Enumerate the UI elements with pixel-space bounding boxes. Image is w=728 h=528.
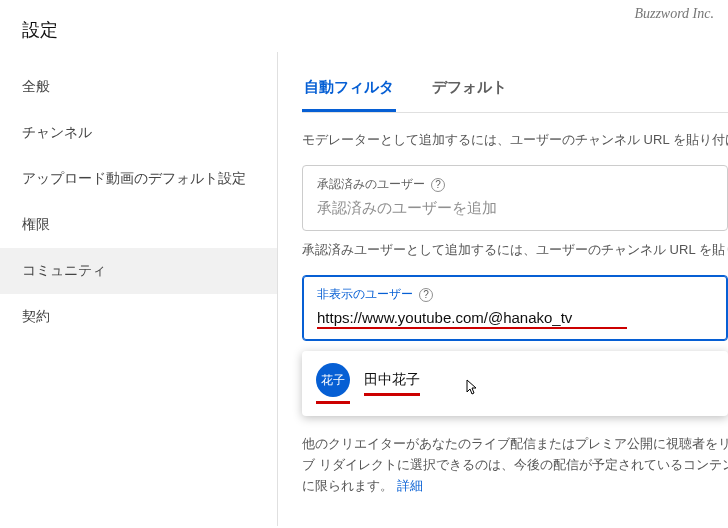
sidebar-item-upload-defaults[interactable]: アップロード動画のデフォルト設定 (0, 156, 277, 202)
main-panel: 自動フィルタ デフォルト モデレーターとして追加するには、ユーザーのチャンネル … (278, 52, 728, 526)
page-title: 設定 (22, 18, 706, 42)
approved-users-hint: 承認済みユーザーとして追加するには、ユーザーのチャンネル URL を貼り付け (302, 241, 728, 259)
moderator-hint: モデレーターとして追加するには、ユーザーのチャンネル URL を貼り付けます (302, 131, 728, 149)
sidebar-item-agreements[interactable]: 契約 (0, 294, 277, 340)
tab-auto-filter[interactable]: 自動フィルタ (302, 70, 396, 112)
help-icon[interactable]: ? (431, 178, 445, 192)
sidebar-item-general[interactable]: 全般 (0, 64, 277, 110)
tab-bar: 自動フィルタ デフォルト (302, 70, 728, 113)
cursor-icon (462, 379, 478, 404)
suggestion-name: 田中花子 (364, 371, 420, 387)
settings-sidebar: 全般 チャンネル アップロード動画のデフォルト設定 権限 コミュニティ 契約 (0, 52, 278, 526)
avatar: 花子 (316, 363, 350, 397)
hidden-users-input[interactable] (317, 309, 627, 326)
page-header: 設定 (0, 0, 728, 52)
help-icon[interactable]: ? (419, 288, 433, 302)
hidden-users-field[interactable]: 非表示のユーザー ? (302, 275, 728, 341)
hidden-users-label: 非表示のユーザー (317, 286, 413, 303)
sidebar-item-permissions[interactable]: 権限 (0, 202, 277, 248)
details-link[interactable]: 詳細 (397, 478, 423, 493)
approved-users-input[interactable] (317, 199, 713, 216)
tab-default[interactable]: デフォルト (430, 70, 509, 112)
approved-users-label: 承認済みのユーザー (317, 176, 425, 193)
sidebar-item-channel[interactable]: チャンネル (0, 110, 277, 156)
user-suggestion[interactable]: 花子 田中花子 (302, 351, 728, 416)
sidebar-item-community[interactable]: コミュニティ (0, 248, 277, 294)
approved-users-field[interactable]: 承認済みのユーザー ? (302, 165, 728, 231)
brand-label: Buzzword Inc. (634, 6, 714, 22)
hidden-users-description: 他のクリエイターがあなたのライブ配信またはプレミア公開に視聴者をリダイレ ブ リ… (302, 434, 728, 496)
